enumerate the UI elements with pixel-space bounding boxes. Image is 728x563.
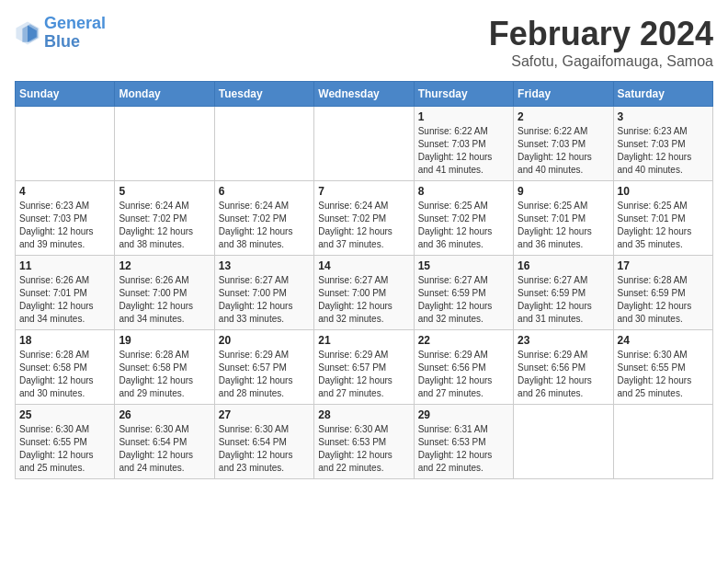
day-cell: 27Sunrise: 6:30 AM Sunset: 6:54 PM Dayli… bbox=[214, 405, 313, 479]
day-number: 8 bbox=[418, 185, 509, 198]
title-block: February 2024 Safotu, Gagaifomauga, Samo… bbox=[489, 15, 713, 70]
day-info: Sunrise: 6:29 AM Sunset: 6:57 PM Dayligh… bbox=[219, 349, 310, 400]
day-info: Sunrise: 6:28 AM Sunset: 6:59 PM Dayligh… bbox=[618, 274, 709, 326]
day-info: Sunrise: 6:30 AM Sunset: 6:53 PM Dayligh… bbox=[318, 423, 409, 475]
day-number: 29 bbox=[418, 408, 509, 421]
header-cell-tuesday: Tuesday bbox=[214, 82, 313, 107]
calendar-body: 1Sunrise: 6:22 AM Sunset: 7:03 PM Daylig… bbox=[16, 107, 713, 479]
day-cell: 18Sunrise: 6:28 AM Sunset: 6:58 PM Dayli… bbox=[16, 330, 115, 405]
week-row-1: 1Sunrise: 6:22 AM Sunset: 7:03 PM Daylig… bbox=[16, 107, 713, 181]
logo-text: General Blue bbox=[44, 15, 106, 52]
day-cell: 20Sunrise: 6:29 AM Sunset: 6:57 PM Dayli… bbox=[214, 330, 313, 405]
header-cell-thursday: Thursday bbox=[414, 82, 513, 107]
day-cell: 28Sunrise: 6:30 AM Sunset: 6:53 PM Dayli… bbox=[314, 405, 414, 479]
day-number: 3 bbox=[618, 110, 709, 123]
day-cell: 23Sunrise: 6:29 AM Sunset: 6:56 PM Dayli… bbox=[514, 330, 613, 405]
day-number: 26 bbox=[119, 408, 210, 421]
page-header: General Blue February 2024 Safotu, Gagai… bbox=[15, 15, 713, 70]
calendar-table: SundayMondayTuesdayWednesdayThursdayFrid… bbox=[15, 81, 713, 479]
main-title: February 2024 bbox=[489, 15, 713, 53]
header-cell-friday: Friday bbox=[514, 82, 613, 107]
header-row: SundayMondayTuesdayWednesdayThursdayFrid… bbox=[16, 82, 713, 107]
day-info: Sunrise: 6:30 AM Sunset: 6:54 PM Dayligh… bbox=[119, 423, 210, 475]
day-cell: 7Sunrise: 6:24 AM Sunset: 7:02 PM Daylig… bbox=[314, 181, 414, 256]
day-number: 7 bbox=[318, 185, 409, 198]
day-number: 4 bbox=[19, 185, 110, 198]
day-number: 10 bbox=[618, 185, 709, 198]
day-cell: 22Sunrise: 6:29 AM Sunset: 6:56 PM Dayli… bbox=[414, 330, 513, 405]
day-cell: 8Sunrise: 6:25 AM Sunset: 7:02 PM Daylig… bbox=[414, 181, 513, 256]
day-cell: 26Sunrise: 6:30 AM Sunset: 6:54 PM Dayli… bbox=[115, 405, 214, 479]
day-cell bbox=[115, 107, 214, 181]
day-info: Sunrise: 6:29 AM Sunset: 6:56 PM Dayligh… bbox=[518, 349, 609, 400]
day-number: 9 bbox=[518, 185, 609, 198]
day-number: 17 bbox=[618, 259, 709, 272]
day-number: 23 bbox=[518, 334, 609, 347]
week-row-3: 11Sunrise: 6:26 AM Sunset: 7:01 PM Dayli… bbox=[16, 256, 713, 330]
day-number: 2 bbox=[518, 110, 609, 123]
day-cell: 9Sunrise: 6:25 AM Sunset: 7:01 PM Daylig… bbox=[514, 181, 613, 256]
day-cell bbox=[514, 405, 613, 479]
day-cell: 15Sunrise: 6:27 AM Sunset: 6:59 PM Dayli… bbox=[414, 256, 513, 330]
day-cell bbox=[314, 107, 414, 181]
day-cell: 4Sunrise: 6:23 AM Sunset: 7:03 PM Daylig… bbox=[16, 181, 115, 256]
header-cell-wednesday: Wednesday bbox=[314, 82, 414, 107]
day-info: Sunrise: 6:27 AM Sunset: 7:00 PM Dayligh… bbox=[318, 274, 409, 326]
day-info: Sunrise: 6:30 AM Sunset: 6:54 PM Dayligh… bbox=[219, 423, 310, 475]
header-cell-sunday: Sunday bbox=[16, 82, 115, 107]
day-cell: 11Sunrise: 6:26 AM Sunset: 7:01 PM Dayli… bbox=[16, 256, 115, 330]
day-cell bbox=[16, 107, 115, 181]
day-info: Sunrise: 6:22 AM Sunset: 7:03 PM Dayligh… bbox=[418, 125, 509, 177]
day-info: Sunrise: 6:23 AM Sunset: 7:03 PM Dayligh… bbox=[618, 125, 709, 177]
day-info: Sunrise: 6:26 AM Sunset: 7:00 PM Dayligh… bbox=[119, 274, 210, 326]
day-number: 12 bbox=[119, 259, 210, 272]
day-cell: 3Sunrise: 6:23 AM Sunset: 7:03 PM Daylig… bbox=[613, 107, 712, 181]
day-number: 15 bbox=[418, 259, 509, 272]
week-row-2: 4Sunrise: 6:23 AM Sunset: 7:03 PM Daylig… bbox=[16, 181, 713, 256]
logo: General Blue bbox=[15, 15, 106, 52]
logo-icon bbox=[15, 20, 40, 46]
day-number: 28 bbox=[318, 408, 409, 421]
day-info: Sunrise: 6:28 AM Sunset: 6:58 PM Dayligh… bbox=[119, 349, 210, 400]
day-cell: 17Sunrise: 6:28 AM Sunset: 6:59 PM Dayli… bbox=[613, 256, 712, 330]
day-info: Sunrise: 6:29 AM Sunset: 6:56 PM Dayligh… bbox=[418, 349, 509, 400]
day-info: Sunrise: 6:30 AM Sunset: 6:55 PM Dayligh… bbox=[19, 423, 110, 475]
day-info: Sunrise: 6:22 AM Sunset: 7:03 PM Dayligh… bbox=[518, 125, 609, 177]
day-info: Sunrise: 6:31 AM Sunset: 6:53 PM Dayligh… bbox=[418, 423, 509, 475]
day-info: Sunrise: 6:24 AM Sunset: 7:02 PM Dayligh… bbox=[219, 200, 310, 251]
week-row-5: 25Sunrise: 6:30 AM Sunset: 6:55 PM Dayli… bbox=[16, 405, 713, 479]
day-info: Sunrise: 6:27 AM Sunset: 7:00 PM Dayligh… bbox=[219, 274, 310, 326]
day-info: Sunrise: 6:23 AM Sunset: 7:03 PM Dayligh… bbox=[19, 200, 110, 251]
day-info: Sunrise: 6:30 AM Sunset: 6:55 PM Dayligh… bbox=[618, 349, 709, 400]
day-cell: 25Sunrise: 6:30 AM Sunset: 6:55 PM Dayli… bbox=[16, 405, 115, 479]
day-info: Sunrise: 6:27 AM Sunset: 6:59 PM Dayligh… bbox=[518, 274, 609, 326]
day-number: 13 bbox=[219, 259, 310, 272]
day-info: Sunrise: 6:25 AM Sunset: 7:01 PM Dayligh… bbox=[518, 200, 609, 251]
day-cell: 6Sunrise: 6:24 AM Sunset: 7:02 PM Daylig… bbox=[214, 181, 313, 256]
day-number: 19 bbox=[119, 334, 210, 347]
day-info: Sunrise: 6:26 AM Sunset: 7:01 PM Dayligh… bbox=[19, 274, 110, 326]
day-cell bbox=[613, 405, 712, 479]
week-row-4: 18Sunrise: 6:28 AM Sunset: 6:58 PM Dayli… bbox=[16, 330, 713, 405]
day-info: Sunrise: 6:25 AM Sunset: 7:01 PM Dayligh… bbox=[618, 200, 709, 251]
day-number: 18 bbox=[19, 334, 110, 347]
day-cell: 13Sunrise: 6:27 AM Sunset: 7:00 PM Dayli… bbox=[214, 256, 313, 330]
day-number: 24 bbox=[618, 334, 709, 347]
day-info: Sunrise: 6:25 AM Sunset: 7:02 PM Dayligh… bbox=[418, 200, 509, 251]
day-number: 20 bbox=[219, 334, 310, 347]
header-cell-monday: Monday bbox=[115, 82, 214, 107]
subtitle: Safotu, Gagaifomauga, Samoa bbox=[489, 53, 713, 70]
day-cell: 5Sunrise: 6:24 AM Sunset: 7:02 PM Daylig… bbox=[115, 181, 214, 256]
day-cell: 21Sunrise: 6:29 AM Sunset: 6:57 PM Dayli… bbox=[314, 330, 414, 405]
day-info: Sunrise: 6:24 AM Sunset: 7:02 PM Dayligh… bbox=[318, 200, 409, 251]
day-cell: 19Sunrise: 6:28 AM Sunset: 6:58 PM Dayli… bbox=[115, 330, 214, 405]
header-cell-saturday: Saturday bbox=[613, 82, 712, 107]
day-number: 14 bbox=[318, 259, 409, 272]
day-cell: 2Sunrise: 6:22 AM Sunset: 7:03 PM Daylig… bbox=[514, 107, 613, 181]
day-cell: 24Sunrise: 6:30 AM Sunset: 6:55 PM Dayli… bbox=[613, 330, 712, 405]
day-info: Sunrise: 6:29 AM Sunset: 6:57 PM Dayligh… bbox=[318, 349, 409, 400]
day-number: 6 bbox=[219, 185, 310, 198]
day-number: 5 bbox=[119, 185, 210, 198]
day-cell: 1Sunrise: 6:22 AM Sunset: 7:03 PM Daylig… bbox=[414, 107, 513, 181]
day-cell: 10Sunrise: 6:25 AM Sunset: 7:01 PM Dayli… bbox=[613, 181, 712, 256]
